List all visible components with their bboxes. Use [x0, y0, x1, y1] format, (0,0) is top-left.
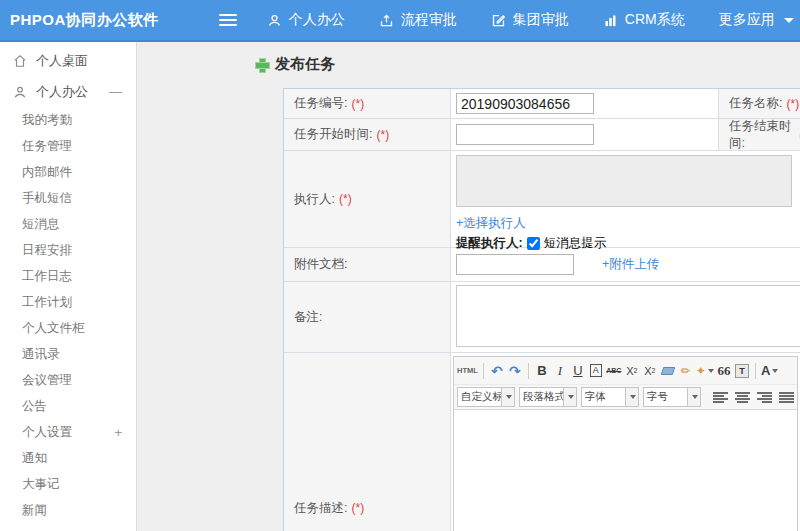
nav-process-approval[interactable]: 流程审批 — [379, 11, 457, 29]
underline-button[interactable]: U — [570, 361, 586, 380]
strikethrough-button[interactable]: ABC — [606, 361, 622, 380]
description-label: 任务描述: (*) — [284, 353, 451, 531]
nav-label: 集团审批 — [513, 11, 569, 29]
sidebar-item-short-message[interactable]: 短消息 — [0, 211, 136, 237]
attachment-input[interactable] — [456, 254, 574, 275]
label-text: A — [761, 363, 770, 378]
required-mark: (*) — [351, 501, 364, 515]
sidebar-item-label: 个人办公 — [36, 83, 100, 101]
paste-text-icon[interactable]: T — [734, 361, 750, 380]
sidebar-item-news[interactable]: 新闻 — [0, 497, 136, 523]
label-text: 任务名称: — [729, 95, 782, 112]
sidebar-item-desktop[interactable]: 个人桌面 — [0, 45, 136, 76]
sidebar-item-internal-mail[interactable]: 内部邮件 — [0, 159, 136, 185]
caret-down-icon — [563, 388, 576, 406]
form-row-description: 任务描述: (*) HTML B I U A ABC — [284, 353, 800, 531]
sidebar-item-contacts[interactable]: 通讯录 — [0, 341, 136, 367]
bold-button[interactable]: B — [534, 361, 550, 380]
sidebar-item-memorabilia[interactable]: 大事记 — [0, 471, 136, 497]
required-mark: (*) — [351, 97, 364, 111]
form-row-task-number: 任务编号: (*) 任务名称: (*) — [284, 89, 800, 119]
toolbar-separator — [528, 363, 529, 379]
sidebar-item-label: 日程安排 — [22, 242, 122, 259]
redo-icon[interactable] — [507, 361, 523, 380]
editor-content-area[interactable] — [454, 409, 797, 531]
sidebar-item-mobile-sms[interactable]: 手机短信 — [0, 185, 136, 211]
eraser-icon[interactable] — [660, 361, 676, 380]
html-source-button[interactable]: HTML — [457, 361, 478, 380]
align-right-button[interactable] — [757, 391, 772, 404]
required-mark: (*) — [339, 192, 352, 206]
sidebar-item-work-log[interactable]: 工作日志 — [0, 263, 136, 289]
alignment-buttons — [713, 391, 794, 404]
align-left-button[interactable] — [713, 391, 728, 404]
app-logo: PHPOA协同办公软件 — [10, 11, 159, 30]
nav-label: 个人办公 — [289, 11, 345, 29]
sidebar-item-announcement[interactable]: 公告 — [0, 393, 136, 419]
font-style-button[interactable]: A — [588, 361, 604, 380]
nav-personal-office[interactable]: 个人办公 — [267, 11, 345, 29]
process-approval-icon — [379, 13, 394, 28]
sidebar-item-personal-settings[interactable]: 个人设置 + — [0, 419, 136, 445]
font-size-select[interactable]: 字号 — [643, 387, 701, 407]
caret-down-icon — [625, 388, 638, 406]
eraser-shape — [661, 367, 676, 375]
subscript-button[interactable]: X2 — [642, 361, 658, 380]
attachment-upload-link[interactable]: +附件上传 — [602, 256, 659, 273]
undo-icon[interactable] — [489, 361, 505, 380]
collapse-icon[interactable]: — — [109, 84, 122, 99]
start-time-label: 任务开始时间: (*) — [284, 119, 451, 150]
sidebar-item-schedule[interactable]: 日程安排 — [0, 237, 136, 263]
required-mark: (*) — [786, 97, 799, 111]
executor-textarea[interactable] — [456, 155, 792, 207]
align-justify-button[interactable] — [779, 391, 794, 404]
sidebar-item-attendance[interactable]: 我的考勤 — [0, 107, 136, 133]
rich-text-editor: HTML B I U A ABC X2 X2 — [453, 356, 798, 531]
font-color-button[interactable]: A — [761, 361, 778, 380]
format-brush-icon[interactable] — [678, 361, 694, 380]
sidebar-item-label: 新闻 — [22, 502, 122, 519]
task-number-input[interactable] — [456, 93, 594, 114]
sidebar-item-label: 公告 — [22, 398, 122, 415]
sidebar-item-meeting-management[interactable]: 会议管理 — [0, 367, 136, 393]
font-family-select[interactable]: 字体 — [581, 387, 639, 407]
label-text: 任务描述: — [294, 500, 347, 517]
label-text: 任务编号: — [294, 95, 347, 112]
executor-cell: +选择执行人 提醒执行人: 短消息提示 — [451, 151, 800, 247]
auto-format-icon[interactable] — [696, 361, 714, 380]
select-value: 字号 — [644, 390, 687, 404]
sidebar: 个人桌面 个人办公 — 我的考勤 任务管理 内部邮件 手机短信 短消息 日程安排… — [0, 42, 137, 531]
italic-button[interactable]: I — [552, 361, 568, 380]
nav-group-approval[interactable]: 集团审批 — [491, 11, 569, 29]
sidebar-item-work-plan[interactable]: 工作计划 — [0, 289, 136, 315]
select-value: 段落格式 — [520, 390, 563, 404]
label-text: 执行人: — [294, 191, 335, 208]
paragraph-format-select[interactable]: 段落格式 — [519, 387, 577, 407]
label-text: 任务结束时间: — [729, 118, 795, 152]
caret-down-icon — [687, 388, 700, 406]
align-center-button[interactable] — [735, 391, 750, 404]
remark-cell — [451, 282, 800, 352]
sidebar-item-label: 会议管理 — [22, 372, 122, 389]
remark-textarea[interactable] — [456, 285, 800, 347]
sidebar-item-label: 通讯录 — [22, 346, 122, 363]
sidebar-item-label: 任务管理 — [22, 138, 122, 155]
label-text: 备注: — [294, 309, 322, 326]
sidebar-item-label: 手机短信 — [22, 190, 122, 207]
expand-icon[interactable]: + — [114, 425, 122, 440]
publish-task-form: 任务编号: (*) 任务名称: (*) 任务开始时间: (*) 任务结束时间: — [283, 88, 800, 531]
superscript-button[interactable]: X2 — [624, 361, 640, 380]
sidebar-item-label: 个人设置 — [22, 424, 114, 441]
choose-executor-link[interactable]: +选择执行人 — [456, 215, 526, 232]
start-time-input[interactable] — [456, 124, 594, 145]
blockquote-button[interactable]: 66 — [716, 361, 732, 380]
custom-heading-select[interactable]: 自定义标题 — [457, 387, 515, 407]
label-text: 附件文档: — [294, 256, 347, 273]
sidebar-item-task-management[interactable]: 任务管理 — [0, 133, 136, 159]
sidebar-item-office[interactable]: 个人办公 — — [0, 76, 136, 107]
sidebar-item-notice[interactable]: 通知 — [0, 445, 136, 471]
nav-more-apps[interactable]: 更多应用 — [719, 11, 794, 29]
nav-crm-system[interactable]: CRM系统 — [603, 11, 685, 29]
hamburger-icon[interactable] — [219, 14, 237, 26]
sidebar-item-file-cabinet[interactable]: 个人文件柜 — [0, 315, 136, 341]
